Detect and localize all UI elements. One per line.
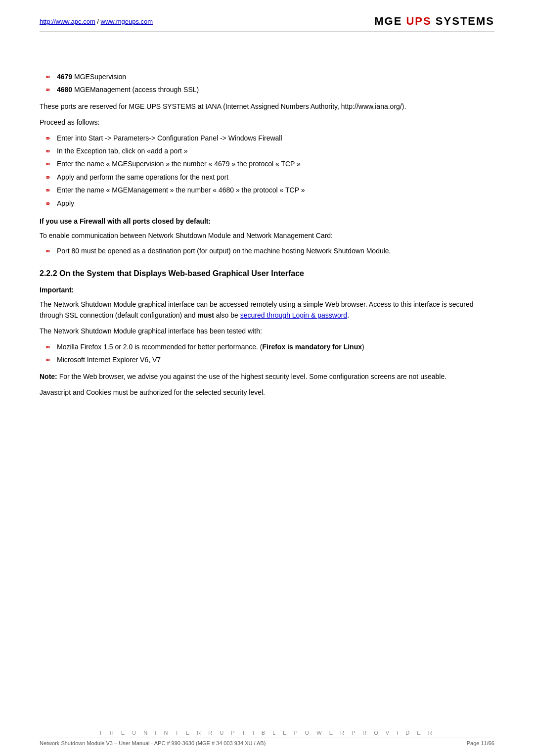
header-links: http://www.apc.com / www.mgeups.com: [40, 18, 153, 25]
apc-link[interactable]: http://www.apc.com: [40, 18, 95, 25]
firewall-intro: To enable communication between Network …: [40, 230, 494, 241]
list-item: ⚭ Apply: [40, 198, 494, 209]
page-container: http://www.apc.com / www.mgeups.com MGE …: [0, 0, 534, 756]
bullet-icon: ⚭: [44, 85, 51, 95]
footer-bottom: Network Shutdown Module V3 – User Manual…: [40, 738, 494, 746]
list-item: ⚭ 4680 MGEManagement (access through SSL…: [40, 85, 494, 95]
note-line2: Javascript and Cookies must be authorize…: [40, 387, 494, 398]
mgeups-link[interactable]: www.mgeups.com: [101, 18, 153, 25]
list-item: ⚭ Enter the name « MGEManagement » the n…: [40, 185, 494, 196]
tested-list: ⚭ Mozilla Firefox 1.5 or 2.0 is recommen…: [40, 342, 494, 366]
list-item: ⚭ In the Exception tab, click on «add a …: [40, 146, 494, 157]
firewall-bullet-list: ⚭ Port 80 must be opened as a destinatio…: [40, 246, 494, 257]
footer-page: Page 11/66: [467, 740, 494, 746]
bullet-icon: ⚭: [44, 159, 51, 170]
list-item: ⚭ Enter into Start -> Parameters-> Confi…: [40, 133, 494, 144]
logo: MGE UPS SYSTEMS: [374, 15, 494, 28]
page-header: http://www.apc.com / www.mgeups.com MGE …: [40, 15, 494, 32]
main-content: ⚭ 4679 MGESupervision ⚭ 4680 MGEManageme…: [40, 72, 494, 398]
page-footer: T H E U N I N T E R R U P T I B L E P O …: [40, 730, 494, 746]
paragraph1: These ports are reserved for MGE UPS SYS…: [40, 101, 494, 112]
list-item: ⚭ 4679 MGESupervision: [40, 72, 494, 83]
bullet-icon: ⚭: [44, 72, 51, 83]
proceed-label: Proceed as follows:: [40, 117, 494, 128]
list-item: ⚭ Mozilla Firefox 1.5 or 2.0 is recommen…: [40, 342, 494, 353]
firewall-heading: If you use a Firewall with all ports clo…: [40, 217, 494, 225]
bullet-icon: ⚭: [44, 172, 51, 183]
section-222-heading: 2.2.2 On the System that Displays Web-ba…: [40, 269, 494, 278]
list-item: ⚭ Enter the name « MGESupervision » the …: [40, 159, 494, 170]
list-item: ⚭ Microsoft Internet Explorer V6, V7: [40, 355, 494, 366]
important-paragraph: The Network Shutdown Module graphical in…: [40, 299, 494, 321]
bullet-icon: ⚭: [44, 133, 51, 144]
proceed-steps-list: ⚭ Enter into Start -> Parameters-> Confi…: [40, 133, 494, 209]
bullet-icon: ⚭: [44, 355, 51, 366]
bullet-icon: ⚭: [44, 246, 51, 257]
port-bullet-list: ⚭ 4679 MGESupervision ⚭ 4680 MGEManageme…: [40, 72, 494, 96]
note-paragraph: Note: For the Web browser, we advise you…: [40, 371, 494, 382]
bullet-icon: ⚭: [44, 342, 51, 353]
footer-manual: Network Shutdown Module V3 – User Manual…: [40, 740, 266, 746]
footer-tagline: T H E U N I N T E R R U P T I B L E P O …: [40, 730, 494, 736]
bullet-icon: ⚭: [44, 198, 51, 209]
tested-intro: The Network Shutdown Module graphical in…: [40, 326, 494, 336]
list-item: ⚭ Port 80 must be opened as a destinatio…: [40, 246, 494, 257]
important-label: Important:: [40, 286, 494, 294]
list-item: ⚭ Apply and perform the same operations …: [40, 172, 494, 183]
login-password-link[interactable]: secured through Login & password: [240, 311, 347, 319]
bullet-icon: ⚭: [44, 146, 51, 157]
bullet-icon: ⚭: [44, 185, 51, 196]
